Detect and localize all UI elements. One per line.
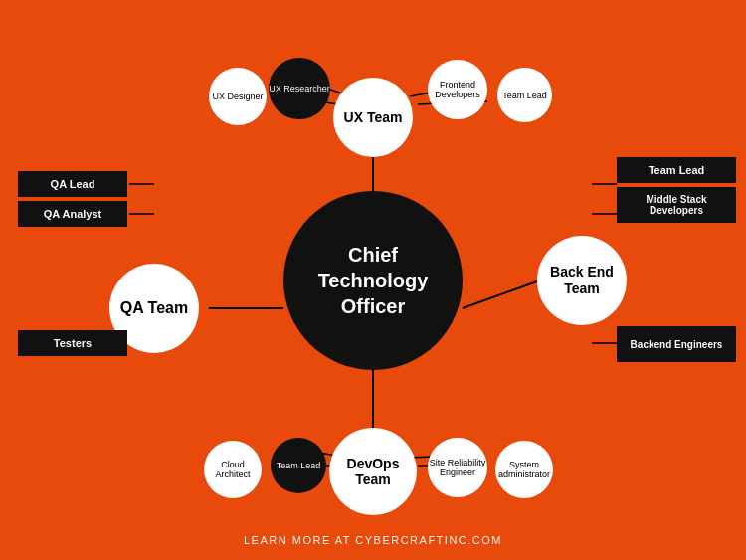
cto-circle: Chief Technology Officer — [283, 191, 463, 370]
cto-title: Chief Technology Officer — [318, 242, 429, 319]
org-chart: Chief Technology Officer UX Team UX Desi… — [0, 0, 746, 560]
middle-stack-box: Middle Stack Developers — [617, 187, 736, 223]
system-admin-circle: System administrator — [495, 441, 553, 498]
backend-engineers-box: Backend Engineers — [617, 326, 736, 362]
devops-team-circle: DevOps Team — [329, 428, 417, 515]
backend-team-circle: Back End Team — [537, 236, 627, 325]
team-lead-devops-circle: Team Lead — [271, 438, 326, 493]
qa-lead-box: QA Lead — [18, 171, 127, 197]
ux-team-circle: UX Team — [333, 78, 413, 157]
ux-researcher-circle: UX Researcher — [269, 58, 330, 119]
site-reliability-circle: Site Reliability Engineer — [428, 438, 487, 497]
cloud-architect-circle: Cloud Architect — [204, 441, 262, 498]
ux-designer-circle: UX Designer — [209, 68, 267, 125]
qa-analyst-box: QA Analyst — [18, 201, 127, 227]
frontend-devs-circle: Frontend Developers — [428, 60, 487, 119]
svg-line-3 — [463, 281, 537, 308]
testers-box: Testers — [18, 330, 127, 356]
team-lead-ux-circle: Team Lead — [497, 68, 552, 122]
team-lead-be-box: Team Lead — [617, 157, 736, 183]
